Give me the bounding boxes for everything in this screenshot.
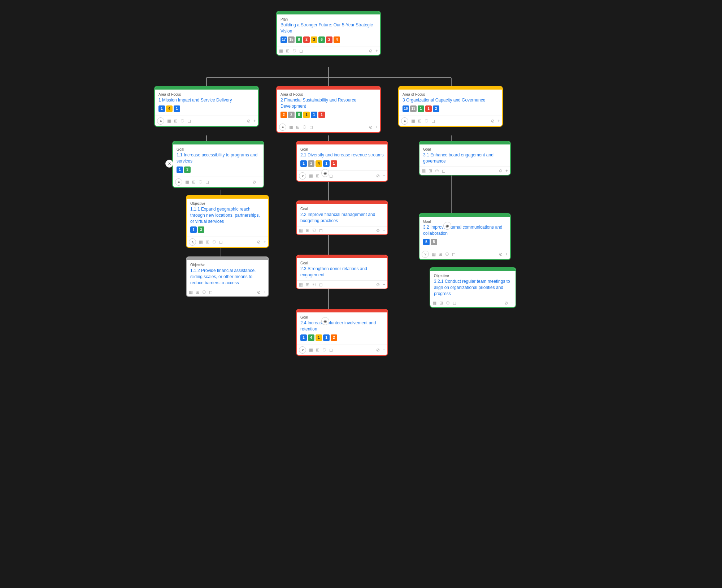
people-icon[interactable]: ⚇: [435, 168, 439, 173]
chat-icon[interactable]: ◻: [319, 228, 323, 233]
people-icon[interactable]: ⚇: [312, 282, 316, 287]
calendar-icon[interactable]: ⊞: [174, 118, 178, 124]
chart-icon[interactable]: ▦: [189, 290, 193, 295]
calendar-icon[interactable]: ⊞: [316, 173, 319, 178]
area1-collapse[interactable]: ∧: [157, 117, 164, 125]
area1-expand-circle[interactable]: ✕: [165, 160, 173, 168]
link-icon[interactable]: ⊘: [376, 282, 380, 287]
chat-icon[interactable]: ◻: [299, 48, 303, 53]
link-icon[interactable]: ⊘: [369, 125, 373, 130]
calendar-icon[interactable]: ⊞: [306, 228, 309, 233]
link-icon[interactable]: ⊘: [376, 228, 380, 233]
chat-icon[interactable]: ◻: [319, 282, 323, 287]
chat-icon[interactable]: ◻: [329, 173, 333, 178]
link-icon[interactable]: ⊘: [369, 48, 373, 53]
calendar-icon[interactable]: ⊞: [418, 118, 422, 124]
calendar-icon[interactable]: ⊞: [306, 282, 309, 287]
chart-icon[interactable]: ▦: [279, 48, 283, 53]
goal11-collapse[interactable]: ∧: [175, 178, 182, 186]
add-icon[interactable]: +: [264, 239, 266, 245]
chat-icon[interactable]: ◻: [453, 301, 456, 306]
add-icon[interactable]: +: [253, 118, 256, 124]
goal31-card: Goal 3.1 Enhance board engagement and go…: [419, 141, 511, 176]
people-icon[interactable]: ⚇: [445, 252, 449, 257]
add-icon[interactable]: +: [264, 290, 266, 295]
chart-icon[interactable]: ▦: [199, 239, 203, 245]
chat-icon[interactable]: ◻: [431, 118, 435, 124]
chart-icon[interactable]: ▦: [309, 173, 313, 178]
chart-icon[interactable]: ▦: [167, 118, 171, 124]
people-icon[interactable]: ⚇: [292, 48, 296, 53]
calendar-icon[interactable]: ⊞: [206, 239, 209, 245]
goal11-badge2: 3: [184, 167, 191, 173]
add-icon[interactable]: +: [511, 301, 513, 306]
people-icon[interactable]: ⚇: [303, 125, 306, 130]
goal24-expand-circle[interactable]: ◉: [321, 317, 329, 325]
people-icon[interactable]: ⚇: [322, 347, 326, 353]
add-icon[interactable]: +: [383, 228, 385, 233]
chart-icon[interactable]: ▦: [432, 252, 436, 257]
people-icon[interactable]: ⚇: [199, 180, 203, 185]
link-icon[interactable]: ⊘: [247, 118, 251, 124]
chat-icon[interactable]: ◻: [452, 252, 456, 257]
link-icon[interactable]: ⊘: [499, 252, 503, 257]
chat-icon[interactable]: ◻: [209, 290, 213, 295]
goal32-expand[interactable]: ∨: [422, 251, 429, 258]
area2-collapse[interactable]: ∧: [279, 124, 286, 131]
chart-icon[interactable]: ▦: [299, 282, 303, 287]
chat-icon[interactable]: ◻: [205, 180, 209, 185]
chart-icon[interactable]: ▦: [185, 180, 189, 185]
area3-collapse[interactable]: ∧: [401, 117, 408, 125]
calendar-icon[interactable]: ⊞: [439, 252, 442, 257]
people-icon[interactable]: ⚇: [446, 301, 450, 306]
area2-expand-circle[interactable]: ◉: [321, 169, 329, 177]
calendar-icon[interactable]: ⊞: [286, 48, 290, 53]
chat-icon[interactable]: ◻: [187, 118, 191, 124]
calendar-icon[interactable]: ⊞: [316, 347, 319, 353]
badge-2b: 2: [326, 36, 332, 43]
chat-icon[interactable]: ◻: [329, 347, 333, 353]
chart-icon[interactable]: ▦: [411, 118, 415, 124]
people-icon[interactable]: ⚇: [180, 118, 184, 124]
add-icon[interactable]: +: [505, 252, 508, 257]
link-icon[interactable]: ⊘: [499, 168, 503, 173]
link-icon[interactable]: ⊘: [504, 301, 508, 306]
chat-icon[interactable]: ◻: [309, 125, 313, 130]
link-icon[interactable]: ⊘: [257, 239, 261, 245]
add-icon[interactable]: +: [375, 48, 378, 53]
chat-icon[interactable]: ◻: [219, 239, 223, 245]
people-icon[interactable]: ⚇: [425, 118, 429, 124]
link-icon[interactable]: ⊘: [491, 118, 495, 124]
chart-icon[interactable]: ▦: [289, 125, 293, 130]
area3-expand-circle[interactable]: ◉: [443, 222, 451, 230]
people-icon[interactable]: ⚇: [212, 239, 216, 245]
chart-icon[interactable]: ▦: [299, 228, 303, 233]
chart-icon[interactable]: ▦: [309, 347, 313, 353]
chart-icon[interactable]: ▦: [422, 168, 426, 173]
badge-8: 8: [296, 36, 302, 43]
people-icon[interactable]: ⚇: [312, 228, 316, 233]
add-icon[interactable]: +: [375, 125, 378, 130]
calendar-icon[interactable]: ⊞: [439, 301, 443, 306]
link-icon[interactable]: ⊘: [252, 180, 256, 185]
people-icon[interactable]: ⚇: [202, 290, 206, 295]
chart-icon[interactable]: ▦: [432, 301, 436, 306]
goal21-expand[interactable]: ∨: [299, 172, 306, 180]
calendar-icon[interactable]: ⊞: [296, 125, 300, 130]
link-icon[interactable]: ⊘: [376, 173, 380, 178]
add-icon[interactable]: +: [383, 282, 385, 287]
link-icon[interactable]: ⊘: [376, 347, 380, 353]
calendar-icon[interactable]: ⊞: [192, 180, 196, 185]
chat-icon[interactable]: ◻: [442, 168, 445, 173]
goal24-expand[interactable]: ∨: [299, 346, 306, 354]
add-icon[interactable]: +: [505, 168, 508, 173]
calendar-icon[interactable]: ⊞: [196, 290, 199, 295]
obj321-title: 3.2.1 Conduct regular team meetings to a…: [434, 278, 512, 297]
add-icon[interactable]: +: [259, 180, 261, 185]
add-icon[interactable]: +: [383, 173, 385, 178]
add-icon[interactable]: +: [383, 347, 385, 353]
add-icon[interactable]: +: [497, 118, 500, 124]
calendar-icon[interactable]: ⊞: [429, 168, 432, 173]
obj111-collapse[interactable]: ∧: [189, 238, 196, 246]
link-icon[interactable]: ⊘: [257, 290, 261, 295]
